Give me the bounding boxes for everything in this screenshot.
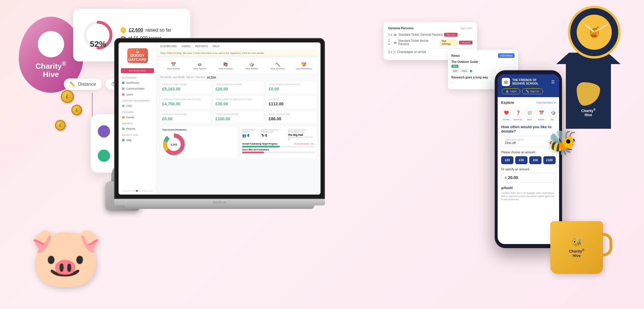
phone-donate-icon[interactable]: ❤️ Donate [501,108,511,121]
stat-total-income: TOTAL ALL-TIME INCOME £5,163.00 [160,81,211,94]
amount-input-value: 20.00 [508,175,518,180]
login-btn[interactable]: 🔒 Login [502,88,520,94]
amount-30[interactable]: £30 [515,156,527,164]
topnav-users[interactable]: USERS [181,45,191,48]
quick-auctions[interactable]: 🔨View Auctions [266,61,290,71]
events-label: Events [538,119,544,121]
dashboard-main: DASHBOARD USERS REPORTS HELP Shop Order … [157,42,321,195]
sidebar-help-label: Help [126,139,132,142]
dashboard-section-label: DASHBOARD [119,74,156,80]
sidebar-item-help[interactable]: Help [119,137,156,143]
sidebar-item-reports[interactable]: Reports [119,126,156,132]
filter-row: This Month Last Month Sep 22 This Year A… [160,76,318,78]
ticket-item-1: Standard Ticket: Gemma Parsons [398,33,442,36]
filter-alltime[interactable]: All Time [207,76,216,78]
logo-image: 🐕DOGGYDAYCARE [127,48,148,63]
svg-point-1 [50,42,58,47]
action-buttons: 🔒 Login ✏️ Sign up [502,88,555,94]
stat-tickets: 2 TICKETS £112.00 [266,96,318,109]
sidebar-events-label: Events [126,116,134,119]
mug-display: 🐝 Charity® Hive [550,221,626,286]
laptop: 🐕DOGGYDAYCARE Exit Admin Area DASHBOARD … [114,38,325,209]
coin-2: £ [71,105,82,115]
news-edit-btn[interactable]: Edit [451,69,459,73]
exit-admin-btn[interactable]: Exit Admin Area [121,68,154,73]
mug-body: 🐝 Charity® Hive [550,221,603,274]
fundraising-bar-bg [242,146,315,147]
sidebar-communication-label: Communication [126,87,145,90]
top-navigation: DASHBOARD USERS REPORTS HELP [157,42,321,50]
champagne-text: 2 x 🛒 Champagne on arrival [388,50,426,54]
dashboard-sidebar: 🐕DOGGYDAYCARE Exit Admin Area DASHBOARD … [119,42,157,195]
quick-donations[interactable]: 💝View Donations [292,61,316,71]
mug-bee: 🐝 [569,237,585,247]
distance-pill[interactable]: ✏️ Distance [64,78,102,90]
allergy-badge: Nut Allergy [439,39,457,46]
active-donations: ACTIVE MONTHLY DONATIONS ↻ 0 [261,129,285,140]
dashboard-app: 🐕DOGGYDAYCARE Exit Admin Area DASHBOARD … [119,42,321,195]
remove-btn-1[interactable]: Remove [444,33,458,37]
ticket-qty-2: 1 x [388,39,392,46]
sidebar-item-users[interactable]: Users [119,92,156,97]
sidebar-item-events[interactable]: Events [119,114,156,120]
honeycomb-patch [577,82,600,106]
next-event: NEXT EVENT: 5TH NOVEMBER 2022 The Big Ha… [288,129,315,140]
phone-aboutus-icon[interactable]: ❓ About Us [513,108,523,121]
sidebar-cms-label: CMS [126,104,132,107]
topnav-reports[interactable]: REPORTS [195,45,208,48]
phone-events-icon[interactable]: 📅 Events [536,108,546,121]
stat-raffle: TOTAL RAFFLE INCOME £100.00 [213,111,264,124]
raised-amount: £2,600 [129,28,143,33]
topnav-dashboard[interactable]: DASHBOARD [160,45,177,48]
stat-event-ex: TOTAL EVENT INCOME (EX GIFT AID) £35.00 [213,96,264,109]
alert-banner[interactable]: Shop Order Pending: We have 1 order that… [157,50,321,56]
remove-btn-2[interactable]: Remove [459,41,472,44]
raised-label: raised so far [145,28,171,33]
add-news-btn[interactable]: Add News [498,53,515,58]
fundraisers-bar-fill [242,152,264,153]
ticket-type-icon-2: 🎟 [394,41,397,44]
ticket-item-2: Standard Ticket: Archie Parsons [398,39,438,46]
specify-label: Or specify an amount: [501,168,556,171]
arc-chart: 52% [82,19,114,51]
sidebar-item-cms[interactable]: CMS [119,103,156,109]
quick-events[interactable]: 📅View Events [161,61,186,71]
sidebar-users-label: Users [126,93,133,96]
filter-thisyear[interactable]: This Year [196,76,205,78]
topnav-help[interactable]: HELP [213,45,220,48]
sidebar-dashboard-label: Dashboard [126,81,139,84]
quick-tickets[interactable]: 🎟View Tickets [187,61,212,71]
ticket-row-1: 1 x 🎟 Standard Ticket: Gemma Parsons Rem… [388,33,472,37]
fundraising-bar-fill [242,146,280,147]
color-dot-1[interactable] [98,125,110,138]
color-dot-5[interactable] [98,150,110,162]
signup-btn[interactable]: ✏️ Sign up [522,88,543,94]
raised-row: 🪙 £2,600 raised so far [120,27,181,33]
select-value: One-off [505,141,524,145]
donate-circle: ❤️ [501,108,511,118]
phone-news-icon[interactable]: 📰 News [525,108,535,121]
org-row: 🏫 THE FRIENDS OFBEEHIVE SCHOOL ☰ [502,78,555,86]
stat-donation-income: TOTAL DONATION INCOME £20.00 [213,81,264,94]
quick-raffles[interactable]: 🎲View Raffles [239,61,264,71]
amount-input-row[interactable]: £ 20.00 [501,173,556,183]
amount-100[interactable]: £100 [543,156,556,164]
amount-20[interactable]: £20 [501,156,513,164]
ch-section-label: CHARITY HIVE [119,132,156,137]
mug-content: 🐝 Charity® Hive [569,237,585,258]
news-view-btn[interactable]: View [460,69,469,73]
sidebar-logo: 🐕DOGGYDAYCARE [119,45,156,67]
donate-label: Donate [503,119,510,121]
ticket-domain: 3am.com [460,27,472,30]
amount-50[interactable]: £50 [529,156,542,164]
filter-lastmonth[interactable]: Last Month [173,76,185,78]
filter-sep22[interactable]: Sep 22 [186,76,193,78]
chart-title: Total Income Distribution [162,129,235,131]
giftaid-text: I confirm that I am a UK taxpayer and I … [501,191,556,201]
quick-courses[interactable]: 📚View Courses [213,61,238,71]
sidebar-item-dashboard[interactable]: Dashboard [119,80,156,86]
ticket-row-2: 1 x 🎟 Standard Ticket: Archie Parsons Nu… [388,39,472,46]
events-circle: 📅 [536,108,546,118]
filter-thismonth[interactable]: This Month [160,76,171,78]
sidebar-item-communication[interactable]: Communication [119,86,156,92]
